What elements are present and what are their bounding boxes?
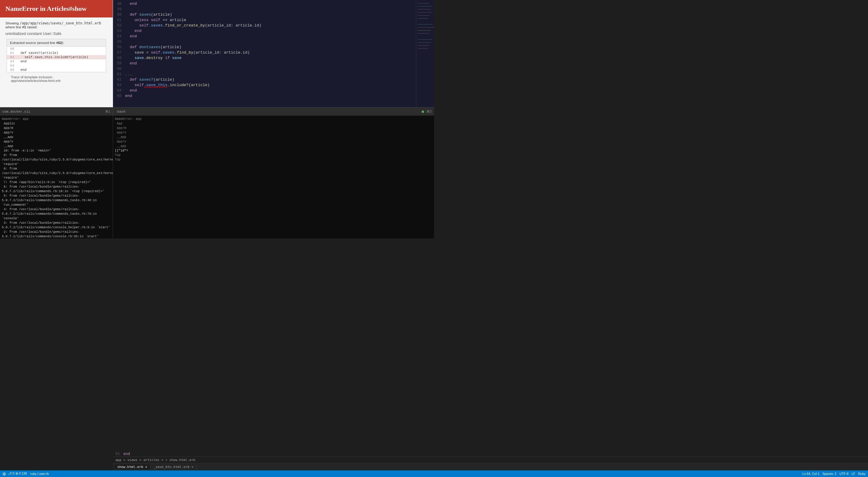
code-line-60: 60 xyxy=(7,47,106,51)
editor-line-51: 51 unless self == article xyxy=(113,18,434,23)
editor-line-52: 52 self.saves.find_or_create_by(article_… xyxy=(113,23,434,28)
editor-line-60: 60 xyxy=(113,66,434,72)
svg-rect-14 xyxy=(418,48,428,49)
left-tab-shortcut: ⌘1 xyxy=(105,110,110,113)
terminal-line: app/v xyxy=(2,139,111,144)
terminal-line: App xyxy=(115,122,432,126)
error-body: Showing /app/app/views/saves/_save_btn.h… xyxy=(0,18,113,89)
tab-bar-row: com.docker.cli ⌘1 -bash ⌘2 xyxy=(0,107,434,116)
left-tab-title: com.docker.cli xyxy=(2,110,30,113)
editor-line-59: 59 end xyxy=(113,61,434,66)
bottom-section: NameError: app Applic app/m app/v __app … xyxy=(0,116,434,238)
terminal-line: Applic xyxy=(2,122,111,126)
terminal-line: 5: from /usr/local/bundle/gems/railties-… xyxy=(2,194,111,207)
code-lines: 60 61 def saves?(article) 62 self.save_t… xyxy=(7,47,106,72)
terminal-right-content: NameError: app App app/m app/v __app app… xyxy=(113,116,434,163)
editor-line-64: 64 end xyxy=(113,88,434,93)
terminal-right: NameError: app App app/m app/v __app app… xyxy=(113,116,434,238)
code-line-61: 61 def saves?(article) xyxy=(7,51,106,55)
svg-rect-13 xyxy=(418,45,430,46)
editor-line-55: 55 xyxy=(113,39,434,44)
svg-rect-6 xyxy=(418,18,428,19)
terminal-line: Top xyxy=(115,153,432,158)
svg-rect-3 xyxy=(418,9,431,10)
terminal-line: 7: from /app/bin/rails:9:in `<top (requi… xyxy=(2,180,111,184)
editor-line-56: 56 def dontsaves(article) xyxy=(113,44,434,50)
terminal-left-content: NameError: app Applic app/m app/v __app … xyxy=(0,116,113,238)
right-tab-title: -bash xyxy=(116,110,125,113)
editor-panel: 48 end 49 50 def saves(article) 51 unles… xyxy=(113,0,434,107)
code-line-62: 62 self.save_this.include?(article) xyxy=(7,55,106,59)
right-tab-bar: -bash ⌘2 xyxy=(113,107,434,116)
terminal-line: __app xyxy=(115,144,432,148)
terminal-line: 6: from /usr/local/bundle/gems/railties-… xyxy=(2,184,111,194)
svg-rect-7 xyxy=(418,24,433,25)
extracted-source-box: Extracted source (around line #62): 60 6… xyxy=(7,39,106,72)
svg-rect-1 xyxy=(418,3,430,4)
terminal-line: 8: from /usr/local/lib/ruby/site_ruby/2.… xyxy=(2,167,111,180)
editor-line-54: 54 end xyxy=(113,34,434,39)
terminal-line: Top xyxy=(115,158,432,162)
editor-line-63: 63 self.save_this.include?(article) xyxy=(113,82,434,88)
svg-rect-9 xyxy=(418,30,431,31)
svg-rect-12 xyxy=(418,42,431,43)
terminal-line: app/v xyxy=(2,130,111,135)
terminal-line: 4: from /usr/local/bundle/gems/railties-… xyxy=(2,207,111,221)
terminal-line: 9: from /usr/local/lib/ruby/site_ruby/2.… xyxy=(2,153,111,167)
left-tab-bar: com.docker.cli ⌘1 xyxy=(0,107,113,116)
extracted-source-header: Extracted source (around line #62): xyxy=(7,39,106,47)
terminal-line: 3: from /usr/local/bundle/gems/railties-… xyxy=(2,221,111,230)
svg-rect-11 xyxy=(418,39,433,40)
svg-rect-4 xyxy=(418,12,433,13)
svg-rect-0 xyxy=(416,0,434,107)
error-panel: NameError in Articles#show Showing /app/… xyxy=(0,0,113,107)
terminal-left: NameError: app Applic app/m app/v __app … xyxy=(0,116,113,238)
svg-rect-10 xyxy=(418,33,430,34)
top-section: NameError in Articles#show Showing /app/… xyxy=(0,0,434,107)
code-line-63: 63 end xyxy=(7,59,106,64)
terminal-line: 2: from /usr/local/bundle/gems/railties-… xyxy=(2,230,111,238)
editor-line-48: 48 end xyxy=(113,1,434,7)
right-tab-shortcut: ⌘2 xyxy=(427,110,432,113)
code-line-64: 64 xyxy=(7,64,106,68)
terminal-line: app/m xyxy=(115,126,432,130)
editor-content: 48 end 49 50 def saves(article) 51 unles… xyxy=(113,0,434,100)
editor-line-53: 53 end xyxy=(113,28,434,34)
editor-line-58: 58 save.destroy if save xyxy=(113,56,434,61)
terminal-line: app/v xyxy=(115,139,432,144)
terminal-line: NameError: app xyxy=(115,117,432,122)
editor-line-49: 49 xyxy=(113,7,434,12)
minimap xyxy=(416,0,434,107)
error-header: NameError in Articles#show xyxy=(0,0,113,18)
terminal-line: app/m xyxy=(2,126,111,130)
terminal-line: app/v xyxy=(115,130,432,135)
error-title: NameError in Articles#show xyxy=(5,5,107,13)
terminal-line: 10: from -e:1:in `<main>' xyxy=(2,148,111,153)
editor-line-61: 61 ... xyxy=(113,72,434,77)
editor-line-65: 65 end xyxy=(113,93,434,99)
editor-line-50: 50 def saves(article) xyxy=(113,12,434,18)
terminal-line: __app xyxy=(2,144,111,148)
svg-rect-2 xyxy=(418,6,433,7)
showing-line: Showing /app/app/views/saves/_save_btn.h… xyxy=(5,21,107,29)
error-message: uninitialized constant User::Safe xyxy=(5,31,107,36)
terminal-line: [{"id"= xyxy=(115,148,432,153)
svg-rect-5 xyxy=(418,15,430,16)
code-line-65: 65 end xyxy=(7,68,106,72)
terminal-line: __app xyxy=(115,135,432,139)
editor-line-57: 57 save = self.saves.find_by(article_id:… xyxy=(113,50,434,56)
terminal-line: __app xyxy=(2,135,111,139)
terminal-line: NameError: app xyxy=(2,117,111,122)
active-dot xyxy=(422,110,424,113)
trace-line: Trace of template inclusion: app/views/a… xyxy=(5,72,107,86)
svg-rect-8 xyxy=(418,27,434,28)
editor-line-62: 62 def saves?(article) xyxy=(113,77,434,82)
